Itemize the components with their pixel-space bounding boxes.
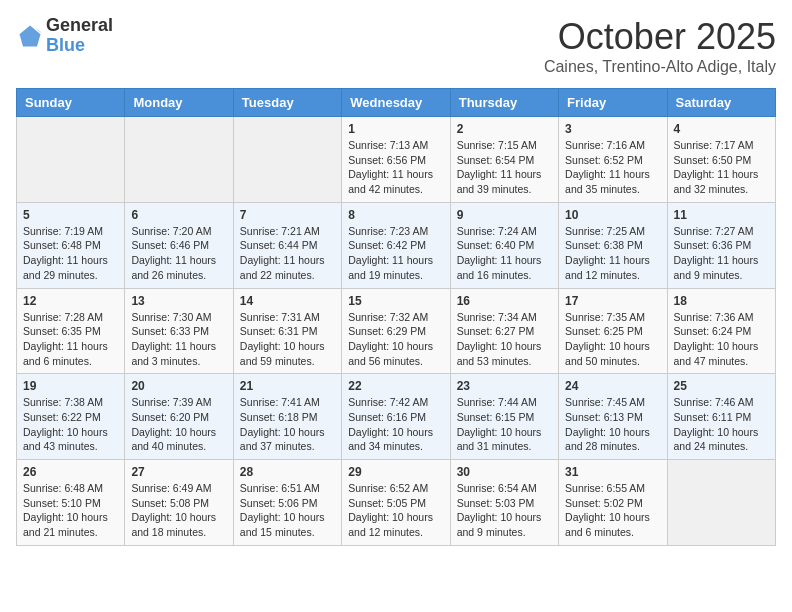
location-title: Caines, Trentino-Alto Adige, Italy (544, 58, 776, 76)
calendar-week-row: 12Sunrise: 7:28 AM Sunset: 6:35 PM Dayli… (17, 288, 776, 374)
day-info: Sunrise: 7:20 AM Sunset: 6:46 PM Dayligh… (131, 224, 226, 283)
logo-general: General (46, 16, 113, 36)
day-number: 25 (674, 379, 769, 393)
calendar-cell: 14Sunrise: 7:31 AM Sunset: 6:31 PM Dayli… (233, 288, 341, 374)
day-info: Sunrise: 6:55 AM Sunset: 5:02 PM Dayligh… (565, 481, 660, 540)
calendar-cell: 11Sunrise: 7:27 AM Sunset: 6:36 PM Dayli… (667, 202, 775, 288)
day-number: 6 (131, 208, 226, 222)
day-number: 11 (674, 208, 769, 222)
day-number: 4 (674, 122, 769, 136)
calendar-cell: 10Sunrise: 7:25 AM Sunset: 6:38 PM Dayli… (559, 202, 667, 288)
logo: General Blue (16, 16, 113, 56)
day-info: Sunrise: 7:23 AM Sunset: 6:42 PM Dayligh… (348, 224, 443, 283)
calendar-cell: 27Sunrise: 6:49 AM Sunset: 5:08 PM Dayli… (125, 460, 233, 546)
calendar-cell: 3Sunrise: 7:16 AM Sunset: 6:52 PM Daylig… (559, 117, 667, 203)
calendar-cell (667, 460, 775, 546)
column-header-sunday: Sunday (17, 89, 125, 117)
calendar-cell: 18Sunrise: 7:36 AM Sunset: 6:24 PM Dayli… (667, 288, 775, 374)
calendar-table: SundayMondayTuesdayWednesdayThursdayFrid… (16, 88, 776, 546)
day-info: Sunrise: 6:54 AM Sunset: 5:03 PM Dayligh… (457, 481, 552, 540)
calendar-cell: 30Sunrise: 6:54 AM Sunset: 5:03 PM Dayli… (450, 460, 558, 546)
day-info: Sunrise: 7:36 AM Sunset: 6:24 PM Dayligh… (674, 310, 769, 369)
calendar-cell: 7Sunrise: 7:21 AM Sunset: 6:44 PM Daylig… (233, 202, 341, 288)
day-info: Sunrise: 7:27 AM Sunset: 6:36 PM Dayligh… (674, 224, 769, 283)
calendar-cell: 20Sunrise: 7:39 AM Sunset: 6:20 PM Dayli… (125, 374, 233, 460)
day-number: 7 (240, 208, 335, 222)
calendar-cell: 23Sunrise: 7:44 AM Sunset: 6:15 PM Dayli… (450, 374, 558, 460)
day-info: Sunrise: 7:31 AM Sunset: 6:31 PM Dayligh… (240, 310, 335, 369)
calendar-cell (233, 117, 341, 203)
column-header-friday: Friday (559, 89, 667, 117)
day-number: 10 (565, 208, 660, 222)
day-info: Sunrise: 7:44 AM Sunset: 6:15 PM Dayligh… (457, 395, 552, 454)
day-info: Sunrise: 7:21 AM Sunset: 6:44 PM Dayligh… (240, 224, 335, 283)
calendar-cell: 17Sunrise: 7:35 AM Sunset: 6:25 PM Dayli… (559, 288, 667, 374)
day-number: 24 (565, 379, 660, 393)
calendar-cell (125, 117, 233, 203)
day-info: Sunrise: 7:38 AM Sunset: 6:22 PM Dayligh… (23, 395, 118, 454)
column-header-tuesday: Tuesday (233, 89, 341, 117)
day-info: Sunrise: 6:48 AM Sunset: 5:10 PM Dayligh… (23, 481, 118, 540)
calendar-cell: 2Sunrise: 7:15 AM Sunset: 6:54 PM Daylig… (450, 117, 558, 203)
calendar-cell: 22Sunrise: 7:42 AM Sunset: 6:16 PM Dayli… (342, 374, 450, 460)
day-info: Sunrise: 6:49 AM Sunset: 5:08 PM Dayligh… (131, 481, 226, 540)
day-info: Sunrise: 7:32 AM Sunset: 6:29 PM Dayligh… (348, 310, 443, 369)
logo-icon (16, 22, 44, 50)
day-number: 17 (565, 294, 660, 308)
day-number: 29 (348, 465, 443, 479)
calendar-cell: 8Sunrise: 7:23 AM Sunset: 6:42 PM Daylig… (342, 202, 450, 288)
day-number: 15 (348, 294, 443, 308)
day-info: Sunrise: 7:13 AM Sunset: 6:56 PM Dayligh… (348, 138, 443, 197)
day-number: 9 (457, 208, 552, 222)
day-info: Sunrise: 7:28 AM Sunset: 6:35 PM Dayligh… (23, 310, 118, 369)
day-info: Sunrise: 6:52 AM Sunset: 5:05 PM Dayligh… (348, 481, 443, 540)
day-info: Sunrise: 7:25 AM Sunset: 6:38 PM Dayligh… (565, 224, 660, 283)
calendar-cell: 28Sunrise: 6:51 AM Sunset: 5:06 PM Dayli… (233, 460, 341, 546)
day-number: 31 (565, 465, 660, 479)
calendar-header-row: SundayMondayTuesdayWednesdayThursdayFrid… (17, 89, 776, 117)
day-number: 2 (457, 122, 552, 136)
column-header-monday: Monday (125, 89, 233, 117)
day-info: Sunrise: 7:41 AM Sunset: 6:18 PM Dayligh… (240, 395, 335, 454)
calendar-cell: 5Sunrise: 7:19 AM Sunset: 6:48 PM Daylig… (17, 202, 125, 288)
column-header-wednesday: Wednesday (342, 89, 450, 117)
day-number: 26 (23, 465, 118, 479)
svg-marker-1 (20, 25, 41, 46)
calendar-cell: 31Sunrise: 6:55 AM Sunset: 5:02 PM Dayli… (559, 460, 667, 546)
calendar-cell: 1Sunrise: 7:13 AM Sunset: 6:56 PM Daylig… (342, 117, 450, 203)
day-number: 23 (457, 379, 552, 393)
day-number: 27 (131, 465, 226, 479)
day-info: Sunrise: 7:42 AM Sunset: 6:16 PM Dayligh… (348, 395, 443, 454)
day-number: 22 (348, 379, 443, 393)
day-number: 3 (565, 122, 660, 136)
day-info: Sunrise: 7:24 AM Sunset: 6:40 PM Dayligh… (457, 224, 552, 283)
day-info: Sunrise: 7:17 AM Sunset: 6:50 PM Dayligh… (674, 138, 769, 197)
calendar-cell: 12Sunrise: 7:28 AM Sunset: 6:35 PM Dayli… (17, 288, 125, 374)
day-number: 19 (23, 379, 118, 393)
calendar-cell: 9Sunrise: 7:24 AM Sunset: 6:40 PM Daylig… (450, 202, 558, 288)
day-info: Sunrise: 7:30 AM Sunset: 6:33 PM Dayligh… (131, 310, 226, 369)
column-header-thursday: Thursday (450, 89, 558, 117)
day-info: Sunrise: 7:35 AM Sunset: 6:25 PM Dayligh… (565, 310, 660, 369)
day-number: 14 (240, 294, 335, 308)
day-number: 5 (23, 208, 118, 222)
calendar-week-row: 5Sunrise: 7:19 AM Sunset: 6:48 PM Daylig… (17, 202, 776, 288)
calendar-week-row: 19Sunrise: 7:38 AM Sunset: 6:22 PM Dayli… (17, 374, 776, 460)
day-number: 8 (348, 208, 443, 222)
page-header: General Blue October 2025 Caines, Trenti… (16, 16, 776, 76)
calendar-cell: 15Sunrise: 7:32 AM Sunset: 6:29 PM Dayli… (342, 288, 450, 374)
calendar-week-row: 26Sunrise: 6:48 AM Sunset: 5:10 PM Dayli… (17, 460, 776, 546)
day-number: 21 (240, 379, 335, 393)
day-number: 1 (348, 122, 443, 136)
day-number: 16 (457, 294, 552, 308)
day-info: Sunrise: 7:15 AM Sunset: 6:54 PM Dayligh… (457, 138, 552, 197)
day-number: 30 (457, 465, 552, 479)
calendar-cell: 25Sunrise: 7:46 AM Sunset: 6:11 PM Dayli… (667, 374, 775, 460)
calendar-cell: 6Sunrise: 7:20 AM Sunset: 6:46 PM Daylig… (125, 202, 233, 288)
day-info: Sunrise: 6:51 AM Sunset: 5:06 PM Dayligh… (240, 481, 335, 540)
day-info: Sunrise: 7:19 AM Sunset: 6:48 PM Dayligh… (23, 224, 118, 283)
day-number: 12 (23, 294, 118, 308)
column-header-saturday: Saturday (667, 89, 775, 117)
logo-text: General Blue (46, 16, 113, 56)
calendar-cell: 4Sunrise: 7:17 AM Sunset: 6:50 PM Daylig… (667, 117, 775, 203)
